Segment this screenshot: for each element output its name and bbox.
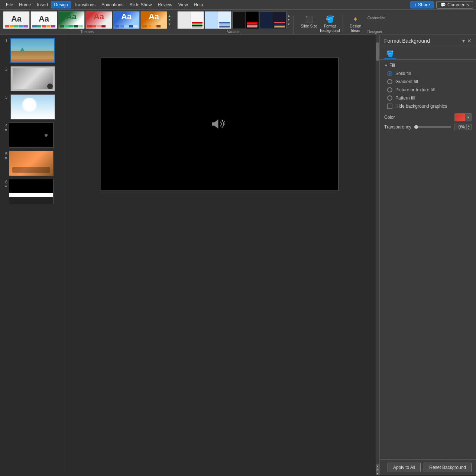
menu-design[interactable]: Design	[51, 1, 71, 9]
variant-4[interactable]	[260, 11, 286, 29]
menu-animations[interactable]: Animations	[98, 1, 126, 9]
picture-fill-option[interactable]: Picture or texture fill	[387, 87, 472, 92]
pattern-fill-label: Pattern fill	[395, 95, 415, 101]
design-ideas-button[interactable]: ✦ Design Ideas	[346, 14, 365, 35]
format-panel-title: Format Background	[384, 38, 459, 44]
slide-panel: 1 2 3	[0, 35, 63, 475]
slide-thumb-2[interactable]	[10, 66, 55, 91]
themes-scroll[interactable]: ▲ ▼ ▼	[168, 11, 171, 29]
ribbon-divider-2	[293, 16, 294, 35]
scroll-expand-icon[interactable]: ⊞	[376, 468, 379, 472]
slide-thumb-6[interactable]	[9, 179, 54, 204]
transparency-spinner[interactable]: ▲ ▼	[466, 124, 471, 130]
variants-label: Variants	[227, 30, 240, 35]
menu-help[interactable]: Help	[191, 1, 206, 9]
slide-item-5[interactable]: 5 ★	[0, 149, 63, 177]
slide-item-2[interactable]: 2	[0, 65, 63, 93]
comments-icon: 💬	[440, 2, 446, 7]
format-bg-label: Format Background	[320, 24, 340, 33]
slide-thumb-1[interactable]	[10, 38, 55, 63]
hide-bg-option[interactable]: Hide background graphics	[387, 104, 472, 109]
fill-section: ▼ Fill Solid fill Gradient fill Picture …	[380, 60, 476, 133]
color-picker-button[interactable]: ▼	[454, 113, 472, 121]
hide-bg-label: Hide background graphics	[395, 104, 447, 109]
slide-item-3[interactable]: 3	[0, 93, 63, 121]
svg-point-2	[224, 121, 225, 123]
format-header: Format Background ▾ ✕	[380, 35, 476, 47]
svg-point-1	[224, 124, 225, 125]
themes-label: Themes	[80, 30, 94, 35]
variant-3[interactable]	[232, 11, 259, 29]
menu-bar: File Home Insert Design Transitions Anim…	[0, 0, 476, 10]
format-panel: Format Background ▾ ✕ 🪣 ▼ Fill Solid fil…	[379, 35, 476, 475]
transparency-slider[interactable]	[414, 126, 451, 128]
slide-number-2: 2	[2, 66, 7, 71]
fill-label: Fill	[389, 63, 395, 68]
reset-background-button[interactable]: Reset Background	[424, 463, 472, 472]
format-panel-menu-icon[interactable]: ▾	[462, 38, 465, 44]
color-swatch	[455, 113, 465, 121]
picture-fill-radio	[387, 87, 392, 92]
fill-radio-group: Solid fill Gradient fill Picture or text…	[387, 71, 472, 101]
fill-tab-icon: 🪣	[386, 50, 394, 57]
menu-home[interactable]: Home	[16, 1, 34, 9]
variant-1[interactable]	[177, 11, 204, 29]
gradient-fill-option[interactable]: Gradient fill	[387, 79, 472, 84]
format-bg-icon: 🪣	[326, 15, 334, 23]
menu-bar-right: ↑ Share 💬 Comments	[410, 1, 473, 9]
menu-transitions[interactable]: Transitions	[71, 1, 98, 9]
slide-star-4: ★	[4, 128, 7, 131]
transparency-label: Transparency	[384, 124, 411, 130]
slide-item-6[interactable]: 6 ★	[0, 177, 63, 206]
theme-default[interactable]: Aa	[3, 11, 30, 29]
format-tabs: 🪣	[380, 47, 476, 59]
menu-review[interactable]: Review	[155, 1, 175, 9]
customize-label: Customize	[367, 16, 385, 21]
fill-expand-icon[interactable]: ▼	[384, 63, 388, 68]
canvas-area	[63, 35, 376, 475]
format-tab-fill[interactable]: 🪣	[384, 49, 396, 59]
slide-canvas[interactable]	[101, 57, 339, 191]
solid-fill-option[interactable]: Solid fill	[387, 71, 472, 76]
format-panel-close-icon[interactable]: ✕	[467, 38, 472, 44]
variants-scroll[interactable]: ▲ ▼ ▼	[287, 11, 290, 29]
main-layout: 1 2 3	[0, 35, 476, 475]
scroll-up-arrow[interactable]: ▲	[376, 464, 379, 468]
slide-thumb-5[interactable]	[9, 151, 54, 176]
theme-2[interactable]: Aa	[58, 11, 85, 29]
slide-number-1: 1	[2, 38, 7, 43]
gradient-fill-radio	[387, 79, 392, 84]
scroll-down-arrow[interactable]: ▼	[376, 472, 379, 475]
theme-4[interactable]: Aa	[113, 11, 140, 29]
svg-point-3	[222, 120, 223, 121]
theme-5[interactable]: Aa	[140, 11, 167, 29]
slide-star-5: ★	[4, 156, 7, 160]
slide-thumb-4[interactable]	[9, 123, 54, 148]
menu-file[interactable]: File	[3, 1, 16, 9]
apply-to-all-button[interactable]: Apply to All	[388, 463, 421, 472]
canvas-scrollbar[interactable]: ▲ ⊞ ▼	[376, 35, 379, 475]
theme-3[interactable]: Aa	[85, 11, 112, 29]
format-background-button[interactable]: 🪣 Format Background	[320, 14, 340, 35]
share-button[interactable]: ↑ Share	[410, 1, 434, 9]
variant-2[interactable]	[205, 11, 231, 29]
menu-view[interactable]: View	[175, 1, 191, 9]
menu-slideshow[interactable]: Slide Show	[126, 1, 155, 9]
slide-number-5: 5	[5, 151, 7, 156]
slide-item-1[interactable]: 1	[0, 36, 63, 65]
comments-button[interactable]: 💬 Comments	[436, 1, 473, 9]
customize-buttons: ⬛ Slide Size 🪣 Format Background ✦ Desig…	[299, 14, 365, 35]
pattern-fill-option[interactable]: Pattern fill	[387, 95, 472, 101]
fill-header: ▼ Fill	[384, 63, 472, 68]
menu-insert[interactable]: Insert	[34, 1, 51, 9]
slide-thumb-3[interactable]	[10, 94, 55, 120]
theme-1[interactable]: Aa	[30, 11, 57, 29]
slide-size-button[interactable]: ⬛ Slide Size	[299, 14, 319, 30]
design-ideas-label: Design Ideas	[347, 24, 365, 33]
color-row: Color ▼	[384, 113, 472, 121]
slide-item-4[interactable]: 4 ★	[0, 121, 63, 149]
share-icon: ↑	[414, 2, 417, 7]
pattern-fill-radio	[387, 95, 392, 101]
slide-number-4: 4	[5, 123, 7, 128]
slide-star-6: ★	[4, 184, 7, 188]
